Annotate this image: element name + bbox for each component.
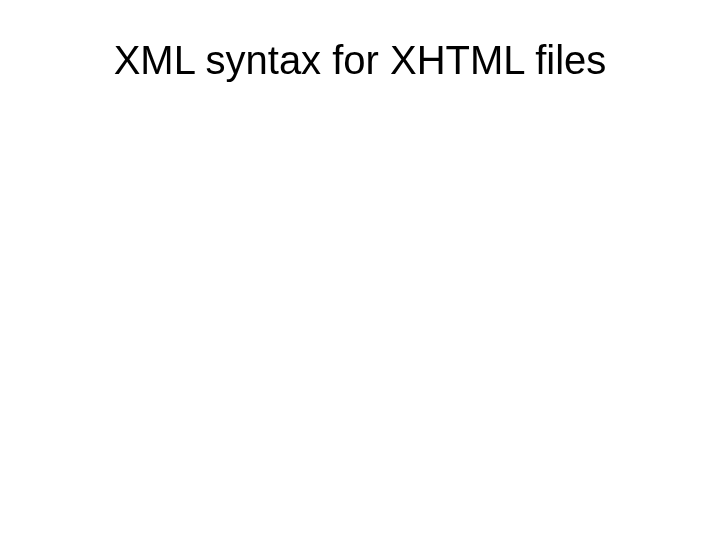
slide-title: XML syntax for XHTML files	[0, 38, 720, 83]
slide-container: XML syntax for XHTML files	[0, 0, 720, 540]
